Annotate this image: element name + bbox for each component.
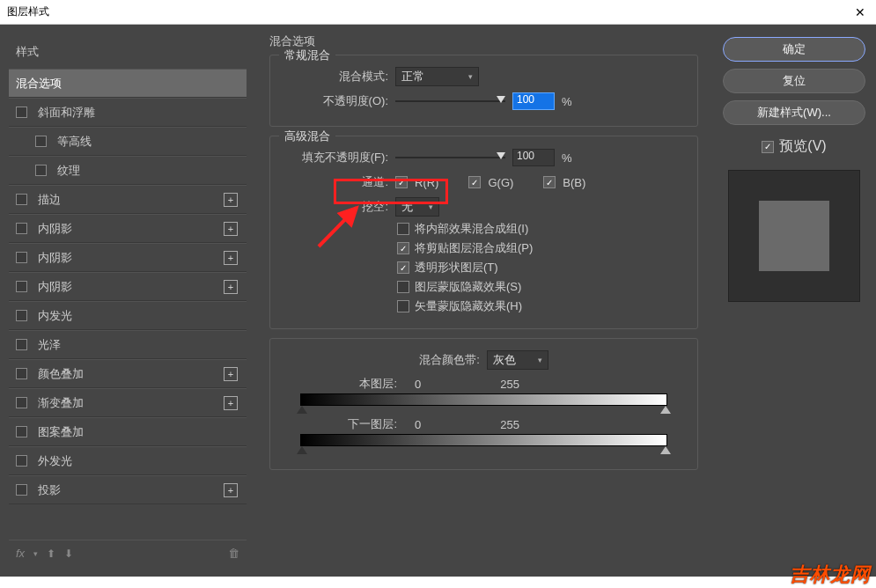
- style-item-label: 内阴影: [38, 221, 72, 237]
- style-item-label: 纹理: [57, 163, 80, 179]
- style-checkbox[interactable]: [16, 368, 27, 379]
- advanced-blending-group: 高级混合 填充不透明度(F): 100 % 通道: R(R) G(G) B(B)…: [269, 136, 698, 329]
- adv-opt-checkbox-2[interactable]: [397, 261, 409, 274]
- add-effect-icon[interactable]: +: [224, 483, 238, 497]
- this-layer-gradient[interactable]: [300, 393, 667, 406]
- opacity-slider[interactable]: [395, 100, 505, 102]
- style-checkbox[interactable]: [16, 484, 27, 496]
- add-effect-icon[interactable]: +: [224, 280, 238, 294]
- adv-opt-checkbox-0[interactable]: [397, 223, 409, 235]
- style-item-10[interactable]: 颜色叠加+: [9, 359, 247, 388]
- style-item-3[interactable]: 纹理: [9, 156, 247, 185]
- style-checkbox[interactable]: [16, 107, 27, 118]
- fx-menu[interactable]: fx: [16, 547, 25, 560]
- style-checkbox[interactable]: [16, 397, 27, 408]
- style-item-label: 渐变叠加: [38, 395, 84, 411]
- style-item-8[interactable]: 内发光: [9, 301, 247, 330]
- style-item-2[interactable]: 等高线: [9, 127, 247, 156]
- style-item-4[interactable]: 描边+: [9, 185, 247, 214]
- this-layer-label: 本图层:: [335, 376, 397, 392]
- channel-r-checkbox[interactable]: [395, 176, 408, 188]
- advanced-options-list: 将内部效果混合成组(I)将剪贴图层混合成组(P)透明形状图层(T)图层蒙版隐藏效…: [283, 219, 685, 316]
- style-item-0[interactable]: 混合选项: [9, 69, 247, 98]
- add-effect-icon[interactable]: +: [224, 222, 238, 236]
- style-checkbox[interactable]: [16, 281, 27, 292]
- style-item-label: 混合选项: [16, 76, 62, 92]
- style-item-1[interactable]: 斜面和浮雕: [9, 98, 247, 127]
- style-item-7[interactable]: 内阴影+: [9, 272, 247, 301]
- style-item-label: 外发光: [38, 453, 72, 469]
- preview-label: 预览(V): [779, 137, 826, 156]
- preview-swatch: [759, 201, 829, 271]
- blend-if-select[interactable]: 灰色 ▾: [487, 350, 548, 370]
- style-item-14[interactable]: 投影+: [9, 475, 247, 504]
- style-item-13[interactable]: 外发光: [9, 446, 247, 475]
- add-effect-icon[interactable]: +: [224, 367, 238, 381]
- style-item-label: 光泽: [38, 337, 61, 353]
- style-checkbox[interactable]: [16, 252, 27, 263]
- chevron-down-icon: ▾: [33, 549, 38, 558]
- style-item-label: 颜色叠加: [38, 366, 84, 382]
- this-layer-low: 0: [415, 378, 421, 391]
- channel-b-checkbox[interactable]: [543, 176, 556, 188]
- under-layer-high: 255: [500, 418, 519, 431]
- style-item-11[interactable]: 渐变叠加+: [9, 388, 247, 417]
- add-effect-icon[interactable]: +: [224, 193, 238, 207]
- preview-toggle[interactable]: 预览(V): [723, 137, 865, 156]
- adv-opt-label-4: 矢量蒙版隐藏效果(H): [415, 298, 522, 314]
- channel-g-checkbox[interactable]: [468, 176, 481, 188]
- adv-opt-checkbox-3[interactable]: [397, 281, 409, 293]
- ok-button[interactable]: 确定: [723, 37, 865, 62]
- style-checkbox[interactable]: [16, 194, 27, 205]
- general-blending-group: 常规混合 混合模式: 正常 ▾ 不透明度(O): 100 %: [269, 55, 698, 127]
- trash-icon[interactable]: 🗑: [228, 547, 239, 560]
- style-item-label: 图案叠加: [38, 424, 84, 440]
- advanced-legend: 高级混合: [279, 129, 335, 144]
- add-effect-icon[interactable]: +: [224, 396, 238, 410]
- knockout-select[interactable]: 无 ▾: [395, 197, 439, 217]
- main-panel: 混合选项 常规混合 混合模式: 正常 ▾ 不透明度(O): 100 %: [255, 25, 712, 577]
- adv-opt-label-3: 图层蒙版隐藏效果(S): [415, 279, 521, 295]
- chevron-down-icon: ▾: [429, 202, 433, 211]
- close-button[interactable]: ✕: [851, 4, 869, 21]
- style-item-label: 描边: [38, 192, 61, 208]
- style-item-label: 等高线: [57, 134, 92, 150]
- fill-opacity-input[interactable]: 100: [512, 149, 555, 166]
- style-item-label: 内阴影: [38, 250, 72, 266]
- style-checkbox[interactable]: [16, 310, 27, 321]
- under-layer-label: 下一图层:: [335, 416, 397, 432]
- channel-g-label: G(G): [488, 176, 513, 189]
- layer-style-dialog: 图层样式 ✕ 样式 混合选项斜面和浮雕等高线纹理描边+内阴影+内阴影+内阴影+内…: [0, 0, 876, 577]
- move-up-icon[interactable]: ⬆: [47, 548, 55, 560]
- blend-mode-select[interactable]: 正常 ▾: [395, 67, 479, 86]
- opacity-input[interactable]: 100: [512, 92, 555, 110]
- watermark: 吉林龙网: [790, 562, 871, 588]
- blend-mode-label: 混合模式:: [283, 69, 388, 85]
- style-checkbox[interactable]: [16, 339, 27, 350]
- adv-opt-checkbox-4[interactable]: [397, 300, 409, 312]
- move-down-icon[interactable]: ⬇: [64, 548, 73, 560]
- add-effect-icon[interactable]: +: [224, 251, 238, 265]
- general-legend: 常规混合: [279, 48, 335, 63]
- sidebar-heading: 样式: [9, 35, 247, 69]
- style-checkbox[interactable]: [35, 165, 47, 176]
- style-item-5[interactable]: 内阴影+: [9, 214, 247, 243]
- right-column: 确定 复位 新建样式(W)... 预览(V): [712, 25, 876, 577]
- adv-opt-checkbox-1[interactable]: [397, 242, 409, 254]
- style-checkbox[interactable]: [35, 136, 47, 147]
- style-item-12[interactable]: 图案叠加: [9, 417, 247, 446]
- cancel-button[interactable]: 复位: [723, 69, 865, 93]
- style-checkbox[interactable]: [16, 455, 27, 467]
- fill-opacity-slider[interactable]: [395, 157, 505, 158]
- style-item-label: 内发光: [38, 308, 72, 324]
- style-checkbox[interactable]: [16, 223, 27, 234]
- new-style-button[interactable]: 新建样式(W)...: [723, 100, 865, 125]
- under-layer-gradient[interactable]: [300, 434, 667, 446]
- channels-label: 通道:: [283, 174, 388, 190]
- style-checkbox[interactable]: [16, 426, 27, 437]
- adv-opt-label-0: 将内部效果混合成组(I): [415, 221, 528, 237]
- style-item-9[interactable]: 光泽: [9, 330, 247, 359]
- opacity-unit: %: [562, 95, 572, 108]
- style-item-6[interactable]: 内阴影+: [9, 243, 247, 272]
- preview-checkbox[interactable]: [762, 141, 774, 153]
